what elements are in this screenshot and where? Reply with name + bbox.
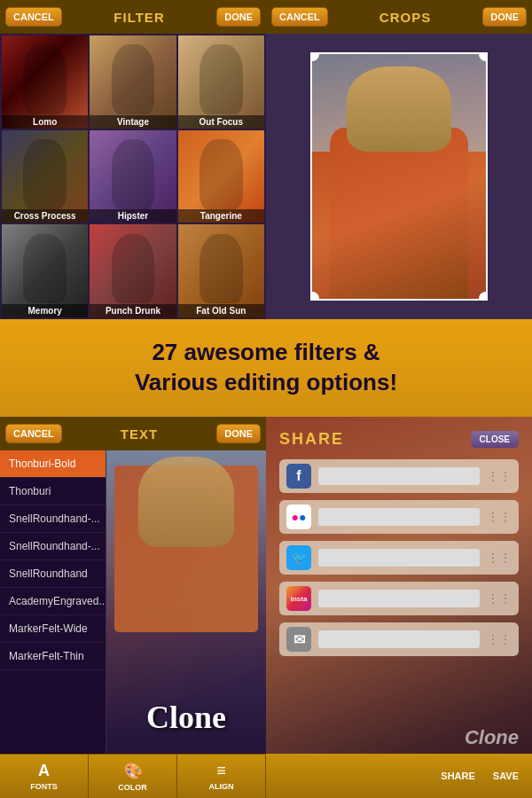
text-cancel-button[interactable]: CANCEL bbox=[5, 424, 62, 443]
text-preview-area: Clone bbox=[106, 450, 266, 754]
top-section: CANCEL FILTER DONE LomoVintageOut FocusC… bbox=[0, 0, 532, 319]
filter-cell-lomo[interactable]: Lomo bbox=[2, 35, 88, 129]
facebook-input[interactable] bbox=[318, 467, 480, 485]
text-preview-label: Clone bbox=[146, 699, 226, 736]
font-item-4[interactable]: SnellRoundhand bbox=[0, 560, 106, 588]
font-item-0[interactable]: Thonburi-Bold bbox=[0, 450, 106, 478]
flickr-input[interactable] bbox=[318, 508, 480, 526]
filter-label: Vintage bbox=[90, 115, 176, 129]
share-flickr-row[interactable]: ●● ⋮⋮ bbox=[279, 500, 519, 534]
filter-panel: CANCEL FILTER DONE LomoVintageOut FocusC… bbox=[0, 0, 266, 319]
font-list: Thonburi-BoldThonburiSnellRoundhand-...S… bbox=[0, 450, 106, 754]
twitter-icon: 🐦 bbox=[286, 545, 311, 570]
share-action-button[interactable]: SHARE bbox=[441, 771, 475, 781]
text-toolbar: CANCEL TEXT DONE bbox=[0, 417, 266, 450]
facebook-dots: ⋮⋮ bbox=[487, 469, 512, 483]
filter-label: Cross Process bbox=[2, 209, 88, 223]
filter-toolbar: CANCEL FILTER DONE bbox=[0, 0, 266, 34]
facebook-icon: f bbox=[286, 464, 311, 489]
align-icon: ≡ bbox=[216, 762, 226, 780]
share-twitter-row[interactable]: 🐦 ⋮⋮ bbox=[279, 541, 519, 575]
flickr-dots: ⋮⋮ bbox=[487, 510, 512, 524]
share-title: SHARE bbox=[279, 430, 344, 449]
email-dots: ⋮⋮ bbox=[487, 632, 512, 646]
filter-label: Fat Old Sun bbox=[178, 304, 264, 317]
color-icon: 🎨 bbox=[123, 762, 143, 781]
filter-cell-memory[interactable]: Memory bbox=[2, 224, 88, 317]
font-item-6[interactable]: MarkerFelt-Wide bbox=[0, 615, 106, 643]
crops-done-button[interactable]: DONE bbox=[482, 7, 527, 27]
crops-title: CROPS bbox=[379, 10, 431, 25]
instagram-input[interactable] bbox=[318, 590, 480, 607]
filter-label: Hipster bbox=[90, 209, 176, 223]
instagram-icon: Insta bbox=[286, 586, 311, 611]
crop-handle-br[interactable] bbox=[479, 292, 488, 301]
filter-cell-hipster[interactable]: Hipster bbox=[90, 130, 176, 223]
promo-banner: 27 awesome filters & Various editing opt… bbox=[0, 319, 532, 417]
font-item-5[interactable]: AcademyEngraved... bbox=[0, 588, 106, 615]
banner-text: 27 awesome filters & Various editing opt… bbox=[135, 338, 397, 398]
share-panel: SHARE CLOSE f ⋮⋮ ●● ⋮⋮ 🐦 ⋮⋮ Inst bbox=[266, 417, 532, 798]
font-item-1[interactable]: Thonburi bbox=[0, 478, 106, 505]
email-icon: ✉ bbox=[286, 627, 311, 652]
crops-cancel-button[interactable]: CANCEL bbox=[271, 7, 328, 27]
share-facebook-row[interactable]: f ⋮⋮ bbox=[279, 459, 519, 493]
instagram-dots: ⋮⋮ bbox=[487, 591, 512, 606]
color-label: COLOR bbox=[118, 783, 147, 792]
share-email-row[interactable]: ✉ ⋮⋮ bbox=[279, 622, 519, 656]
clone-watermark: Clone bbox=[465, 726, 519, 749]
font-item-3[interactable]: SnellRoundhand-... bbox=[0, 533, 106, 560]
fonts-label: FONTS bbox=[30, 782, 58, 791]
email-input[interactable] bbox=[318, 630, 480, 648]
share-instagram-row[interactable]: Insta ⋮⋮ bbox=[279, 582, 519, 615]
filter-cell-tangerine[interactable]: Tangerine bbox=[178, 130, 264, 223]
filter-done-button[interactable]: DONE bbox=[216, 7, 261, 27]
filter-title: FILTER bbox=[113, 10, 164, 25]
filter-cell-fat-old-sun[interactable]: Fat Old Sun bbox=[178, 224, 264, 317]
filter-label: Out Focus bbox=[178, 115, 264, 129]
filter-grid: LomoVintageOut FocusCross ProcessHipster… bbox=[0, 34, 266, 319]
filter-cell-cross-process[interactable]: Cross Process bbox=[2, 130, 88, 223]
bottom-section: CANCEL TEXT DONE Thonburi-BoldThonburiSn… bbox=[0, 417, 532, 798]
filter-label: Punch Drunk bbox=[90, 304, 176, 317]
flickr-icon: ●● bbox=[286, 505, 311, 529]
filter-cancel-button[interactable]: CANCEL bbox=[5, 7, 62, 27]
bottom-action-bar: SHARE SAVE bbox=[266, 754, 532, 798]
crop-frame[interactable] bbox=[310, 52, 488, 301]
fonts-icon: A bbox=[38, 762, 50, 780]
crops-content bbox=[266, 34, 532, 319]
twitter-input[interactable] bbox=[318, 549, 480, 567]
font-item-7[interactable]: MarkerFelt-Thin bbox=[0, 643, 106, 670]
filter-label: Memory bbox=[2, 304, 88, 317]
filter-cell-vintage[interactable]: Vintage bbox=[90, 35, 176, 129]
text-panel: CANCEL TEXT DONE Thonburi-BoldThonburiSn… bbox=[0, 417, 266, 798]
crops-panel: CANCEL CROPS DONE bbox=[266, 0, 532, 319]
text-tools-bar: AFONTS🎨COLOR≡ALIGN bbox=[0, 754, 266, 798]
text-tool-align[interactable]: ≡ALIGN bbox=[177, 755, 266, 798]
share-close-button[interactable]: CLOSE bbox=[471, 431, 519, 448]
filter-label: Tangerine bbox=[178, 209, 264, 223]
font-preview-row: Thonburi-BoldThonburiSnellRoundhand-...S… bbox=[0, 450, 266, 754]
text-tool-fonts[interactable]: AFONTS bbox=[0, 755, 89, 798]
text-done-button[interactable]: DONE bbox=[216, 424, 261, 443]
crops-toolbar: CANCEL CROPS DONE bbox=[266, 0, 532, 34]
save-action-button[interactable]: SAVE bbox=[493, 771, 519, 781]
share-header: SHARE CLOSE bbox=[279, 430, 519, 449]
font-item-2[interactable]: SnellRoundhand-... bbox=[0, 505, 106, 533]
align-label: ALIGN bbox=[209, 782, 234, 791]
filter-cell-punch-drunk[interactable]: Punch Drunk bbox=[90, 224, 176, 317]
text-title: TEXT bbox=[121, 426, 158, 442]
filter-label: Lomo bbox=[2, 115, 88, 129]
text-tool-color[interactable]: 🎨COLOR bbox=[89, 755, 177, 798]
twitter-dots: ⋮⋮ bbox=[487, 551, 512, 565]
crop-handle-bl[interactable] bbox=[310, 292, 319, 301]
filter-cell-out-focus[interactable]: Out Focus bbox=[178, 35, 264, 129]
